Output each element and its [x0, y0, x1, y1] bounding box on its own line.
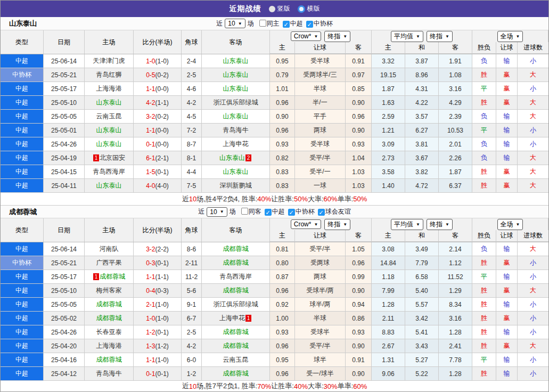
result-cell: 胜 [472, 165, 496, 178]
fulltime-score: 3-2 [146, 113, 155, 120]
avg-away-odds-cell: 1.29 [439, 284, 472, 297]
header-dropdown-select[interactable]: 终指▼ [427, 31, 453, 42]
score-cell: 1-1(0-0) [134, 82, 182, 95]
summary-text: 30% [324, 382, 338, 390]
avg-draw-odds-cell: 5.57 [405, 298, 439, 311]
handicap-home-odds-cell: 0.82 [270, 151, 295, 165]
handicap-line-cell: 一球 [295, 179, 346, 192]
header-dropdown-select[interactable]: 平均值▼ [391, 31, 423, 42]
team-link: 青岛西海岸 [93, 167, 125, 176]
radio-unselected-icon[interactable] [269, 6, 275, 12]
score-cell: 1-2(0-1) [134, 325, 182, 339]
handicap-line-cell: 球半 [295, 353, 346, 366]
avg-away-odds-cell: 7.78 [439, 353, 472, 366]
dropdown-value: 平均值 [394, 32, 413, 41]
handicap-away-odds-cell: 0.90 [346, 367, 372, 380]
radio-selected-icon[interactable] [298, 5, 305, 13]
header-dropdown-select[interactable]: 终指▼ [324, 31, 350, 42]
handicap-away-odds-cell: 0.93 [346, 137, 372, 151]
checkbox-checked[interactable]: ✓ [283, 21, 290, 28]
match-type-cell: 中超 [1, 298, 44, 311]
handicap-home-odds-cell: 0.96 [270, 367, 295, 380]
column-subheader: 主 [372, 230, 405, 242]
summary-text: 10 [189, 382, 196, 390]
header-dropdown-select[interactable]: 平均值▼ [391, 219, 423, 230]
date-cell: 25-05-10 [44, 284, 85, 297]
date-cell: 25-04-15 [44, 165, 85, 178]
checkbox-unchecked[interactable] [259, 20, 266, 27]
header-dropdown-select[interactable]: Crow*▼ [291, 31, 322, 41]
column-subheader: 和 [405, 42, 439, 54]
handicap-result-cell: 赢 [496, 165, 518, 178]
checkbox-checked[interactable]: ✓ [306, 21, 313, 28]
home-team-cell: 上海海港 [85, 339, 134, 353]
column-header: 日期 [44, 30, 85, 54]
recent-count-select[interactable]: 10 ▼ [225, 19, 245, 28]
corner-cell: 7-5 [182, 179, 202, 192]
fulltime-score: 2-1 [146, 301, 155, 308]
team-link: 青岛海牛 [223, 126, 249, 135]
checkbox-checked[interactable]: ✓ [265, 209, 272, 216]
header-dropdown-select[interactable]: 终指▼ [324, 219, 350, 230]
score-cell: 1-5(0-1) [134, 165, 182, 178]
handicap-away-odds-cell: 0.93 [346, 325, 372, 339]
result-cell: 负 [472, 242, 496, 256]
header-dropdown-select[interactable]: Crow*▼ [291, 219, 322, 229]
page-title: 近期战绩 [230, 4, 261, 14]
layout-radio-vertical[interactable]: 竖版 [269, 4, 290, 13]
halftime-score: (2-2) [155, 246, 169, 253]
header-dropdown-select[interactable]: 全场▼ [497, 31, 523, 42]
chevron-down-icon: ▼ [516, 34, 520, 39]
date-cell: 25-05-05 [44, 298, 85, 311]
summary-row: 近10场,胜7平2负1, 胜率:70% 让胜率:40% 大率:30% 单率:60… [1, 381, 548, 391]
table-row: 中超25-05-17上海海港1-1(0-0)4-6山东泰山1.01半球0.851… [1, 82, 548, 96]
handicap-line-cell: 半球 [295, 312, 346, 325]
halftime-score: (0-1) [155, 168, 169, 176]
score-cell: 4-0(4-0) [134, 179, 182, 192]
goals-result-cell: 大 [518, 96, 548, 109]
table-row: 中超25-06-14天津津门虎1-0(1-0)2-4山东泰山0.95受半球0.9… [1, 54, 548, 68]
layout-radio-horizontal[interactable]: 横版 [298, 4, 320, 13]
handicap-away-odds-cell: 1.04 [346, 151, 372, 165]
avg-away-odds-cell: 1.08 [439, 68, 472, 81]
column-subheader: 让球 [496, 42, 518, 54]
avg-away-odds-cell: 10.53 [439, 124, 472, 137]
avg-draw-odds-cell: 3.49 [405, 242, 439, 256]
chevron-down-icon: ▼ [343, 222, 347, 227]
column-header: 日期 [44, 218, 85, 242]
header-dropdown-select[interactable]: 全场▼ [497, 219, 523, 230]
checkbox-checked[interactable]: ✓ [318, 209, 325, 216]
column-header: 客场 [202, 218, 270, 242]
handicap-line-cell: 受球半/两 [295, 284, 346, 297]
result-cell: 胜 [472, 284, 496, 297]
handicap-away-odds-cell: 0.96 [346, 256, 372, 270]
avg-away-odds-cell: 1.12 [439, 256, 472, 270]
halftime-score: (0-2) [155, 71, 169, 79]
summary-text: 大率: [308, 381, 324, 391]
avg-home-odds-cell: 9.06 [372, 367, 405, 380]
chevron-down-icon: ▼ [416, 222, 420, 227]
checkbox-checked[interactable]: ✓ [288, 209, 295, 216]
team-link: 天津津门虎 [93, 56, 125, 66]
date-cell: 25-05-21 [44, 68, 85, 81]
handicap-home-odds-cell: 0.92 [270, 298, 295, 311]
match-type-cell: 中协杯 [1, 68, 44, 81]
title-bar: 近期战绩 竖版 横版 [1, 1, 548, 17]
recent-count-select[interactable]: 10 ▼ [207, 207, 227, 217]
avg-draw-odds-cell: 4.22 [405, 96, 439, 109]
handicap-result-cell: 输 [496, 110, 518, 123]
home-team-cell: 青岛海牛 [85, 367, 134, 380]
away-team-cell: 成都蓉城 [202, 284, 270, 297]
header-dropdown-select[interactable]: 终指▼ [427, 219, 453, 230]
halftime-score: (1-0) [155, 356, 169, 364]
handicap-line-cell: 受两球 [295, 256, 346, 270]
avg-away-odds-cell: 1.28 [439, 367, 472, 380]
dropdown-value: Crow* [294, 220, 312, 228]
checkbox-unchecked[interactable] [241, 208, 248, 215]
handicap-line-cell: 平手 [295, 110, 346, 123]
handicap-away-odds-cell: 0.86 [346, 312, 372, 325]
table-row: 中协杯25-05-21广西平果0-3(0-1)2-11成都蓉城0.80受两球0.… [1, 256, 548, 270]
handicap-home-odds-cell: 0.96 [270, 124, 295, 137]
handicap-home-odds-cell: 1.00 [270, 312, 295, 325]
handicap-result-cell: 输 [496, 124, 518, 137]
